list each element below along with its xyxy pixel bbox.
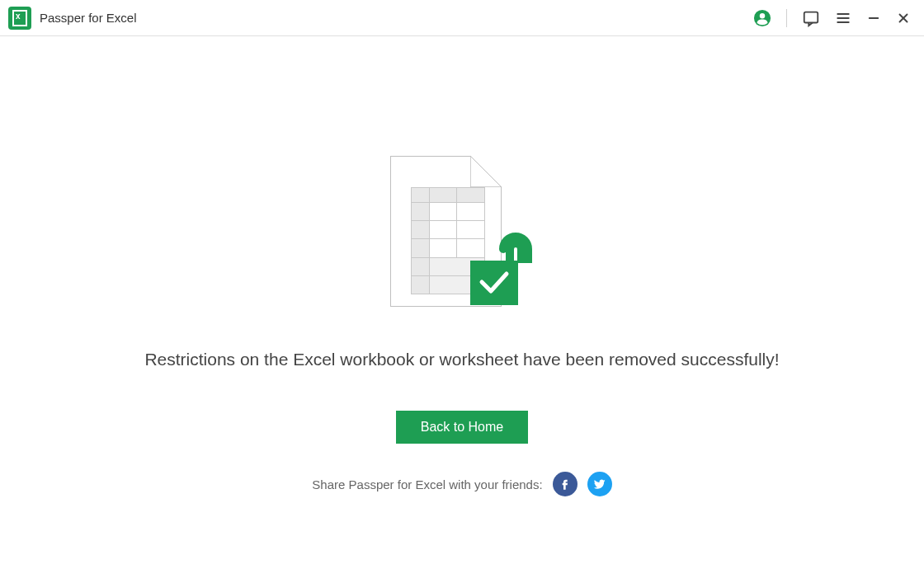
back-to-home-button[interactable]: Back to Home bbox=[396, 411, 528, 444]
svg-rect-2 bbox=[804, 12, 818, 22]
titlebar-controls bbox=[753, 9, 911, 27]
main-content: Restrictions on the Excel workbook or wo… bbox=[0, 36, 924, 496]
titlebar: x Passper for Excel bbox=[0, 0, 924, 36]
titlebar-divider bbox=[786, 9, 787, 27]
app-title: Passper for Excel bbox=[40, 11, 137, 25]
share-facebook-button[interactable] bbox=[553, 472, 578, 496]
svg-rect-14 bbox=[470, 261, 518, 305]
menu-icon[interactable] bbox=[835, 10, 851, 26]
share-twitter-button[interactable] bbox=[587, 472, 612, 496]
titlebar-left: x Passper for Excel bbox=[8, 7, 137, 30]
unlock-success-icon bbox=[469, 224, 536, 308]
share-row: Share Passper for Excel with your friend… bbox=[312, 472, 611, 496]
success-illustration bbox=[390, 156, 535, 308]
close-button[interactable] bbox=[896, 11, 911, 26]
feedback-icon[interactable] bbox=[802, 9, 820, 27]
app-logo-icon: x bbox=[8, 7, 31, 30]
account-icon[interactable] bbox=[753, 9, 771, 27]
success-message: Restrictions on the Excel workbook or wo… bbox=[144, 350, 779, 369]
minimize-button[interactable] bbox=[866, 11, 881, 26]
share-label: Share Passper for Excel with your friend… bbox=[312, 477, 542, 491]
svg-point-1 bbox=[760, 13, 765, 18]
